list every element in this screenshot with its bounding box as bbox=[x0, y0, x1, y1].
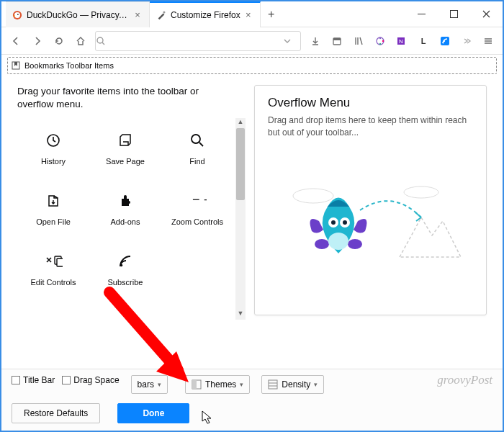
onenote-button[interactable]: N bbox=[392, 31, 412, 51]
library-button[interactable] bbox=[348, 31, 369, 51]
save-icon bbox=[116, 131, 135, 150]
back-button[interactable] bbox=[6, 31, 26, 51]
search-icon bbox=[96, 36, 114, 46]
svg-point-28 bbox=[315, 239, 329, 249]
svg-point-11 bbox=[382, 40, 384, 41]
drag-space-checkbox[interactable]: Drag Space bbox=[62, 375, 119, 385]
downloads-button[interactable] bbox=[305, 31, 325, 51]
chevron-down-icon: ▾ bbox=[240, 381, 243, 388]
palette-label: Zoom Controls bbox=[171, 217, 223, 226]
forward-button[interactable] bbox=[27, 31, 48, 51]
feed-button[interactable] bbox=[435, 31, 455, 51]
overflow-menu-panel[interactable]: Overflow Menu Drag and drop items here t… bbox=[254, 85, 487, 315]
mascot-illustration bbox=[255, 178, 486, 271]
svg-text:+: + bbox=[204, 194, 207, 206]
svg-rect-23 bbox=[57, 258, 63, 266]
customize-palette: History Save Page Find Open File Add-ons… bbox=[17, 124, 247, 305]
density-dropdown[interactable]: Density ▾ bbox=[261, 375, 324, 394]
toolbars-dropdown[interactable]: bars ▾ bbox=[131, 375, 168, 394]
svg-point-16 bbox=[443, 42, 444, 43]
tab-strip: DuckDuckGo — Privacy, sim × Customize Fi… bbox=[1, 1, 405, 27]
svg-text:N: N bbox=[399, 38, 403, 45]
letter-l-button[interactable]: L bbox=[413, 31, 433, 51]
palette-column: Drag your favorite items into the toolba… bbox=[1, 76, 250, 369]
screenshot-button[interactable] bbox=[327, 31, 347, 51]
tab-label: Customize Firefox bbox=[171, 10, 240, 20]
history-icon bbox=[44, 131, 63, 150]
svg-rect-8 bbox=[333, 38, 341, 40]
new-tab-button[interactable]: + bbox=[261, 1, 282, 27]
palette-item-edit-controls[interactable]: Edit Controls bbox=[17, 245, 89, 305]
checkbox-icon bbox=[12, 376, 20, 384]
svg-point-31 bbox=[331, 220, 336, 225]
dropdown-label: bars bbox=[138, 379, 154, 390]
nav-toolbar: N L bbox=[1, 27, 503, 55]
palette-item-subscribe[interactable]: Subscribe bbox=[89, 245, 161, 305]
hamburger-menu-button[interactable] bbox=[478, 31, 498, 51]
close-icon[interactable]: × bbox=[243, 10, 253, 20]
overflow-column: Overflow Menu Drag and drop items here t… bbox=[250, 76, 503, 369]
palette-item-find[interactable]: Find bbox=[161, 124, 233, 184]
customize-main: Drag your favorite items into the toolba… bbox=[1, 76, 503, 369]
svg-point-6 bbox=[97, 37, 103, 43]
duck-icon bbox=[12, 10, 22, 20]
svg-rect-4 bbox=[418, 14, 426, 14]
palette-item-save-page[interactable]: Save Page bbox=[89, 124, 161, 184]
svg-rect-36 bbox=[192, 380, 197, 389]
scroll-up-icon[interactable]: ▲ bbox=[235, 118, 246, 128]
button-label: Done bbox=[143, 408, 164, 418]
title-bar-checkbox[interactable]: Title Bar bbox=[12, 375, 55, 385]
overflow-button[interactable] bbox=[456, 31, 477, 51]
dropdown-label: Density bbox=[282, 379, 310, 390]
scroll-thumb[interactable] bbox=[236, 128, 245, 200]
url-bar[interactable] bbox=[95, 31, 301, 51]
tab-customize-firefox[interactable]: Customize Firefox × bbox=[150, 1, 261, 27]
instruction-text: Drag your favorite items into the toolba… bbox=[17, 85, 247, 111]
checkbox-icon bbox=[62, 376, 71, 384]
scroll-down-icon[interactable]: ▼ bbox=[235, 310, 246, 320]
palette-item-history[interactable]: History bbox=[17, 124, 89, 184]
palette-item-addons[interactable]: Add-ons bbox=[89, 184, 161, 245]
close-icon[interactable]: × bbox=[132, 10, 143, 20]
done-button[interactable]: Done bbox=[117, 403, 189, 423]
chevron-down-icon: ▾ bbox=[314, 381, 318, 388]
window-titlebar: DuckDuckGo — Privacy, sim × Customize Fi… bbox=[1, 1, 503, 27]
svg-point-12 bbox=[379, 42, 381, 44]
edit-controls-icon bbox=[44, 252, 63, 271]
svg-point-27 bbox=[404, 186, 438, 198]
svg-point-1 bbox=[14, 12, 20, 18]
svg-point-26 bbox=[293, 189, 333, 203]
home-button[interactable] bbox=[71, 31, 91, 51]
overflow-description: Drag and drop items here to keep them wi… bbox=[268, 114, 473, 139]
reload-button[interactable] bbox=[49, 31, 69, 51]
svg-point-34 bbox=[328, 233, 348, 250]
palette-label: Edit Controls bbox=[31, 278, 76, 287]
bookmarks-icon bbox=[11, 60, 21, 71]
window-controls bbox=[405, 1, 503, 27]
open-file-icon bbox=[44, 192, 63, 210]
svg-point-19 bbox=[192, 135, 200, 143]
palette-label: Find bbox=[189, 157, 204, 166]
svg-rect-5 bbox=[451, 11, 458, 18]
palette-label: Add-ons bbox=[111, 217, 140, 226]
palette-label: Subscribe bbox=[108, 278, 143, 287]
palette-label: Save Page bbox=[106, 157, 145, 166]
svg-point-29 bbox=[348, 239, 362, 249]
maximize-button[interactable] bbox=[438, 1, 470, 27]
minimize-button[interactable] bbox=[405, 1, 438, 27]
button-label: Restore Defaults bbox=[24, 408, 88, 418]
palette-item-zoom[interactable]: −+ Zoom Controls bbox=[161, 184, 233, 245]
extension-button[interactable] bbox=[370, 31, 390, 51]
themes-dropdown[interactable]: Themes ▾ bbox=[185, 375, 250, 394]
zoom-icon: −+ bbox=[188, 192, 207, 210]
window-close-button[interactable] bbox=[470, 1, 503, 27]
palette-scrollbar[interactable]: ▲ ▼ bbox=[235, 118, 246, 320]
palette-item-open-file[interactable]: Open File bbox=[17, 184, 89, 245]
bookmarks-toolbar-placeholder[interactable]: Bookmarks Toolbar Items bbox=[7, 57, 497, 74]
dropdown-label: Themes bbox=[205, 379, 236, 390]
checkbox-label: Title Bar bbox=[23, 375, 55, 385]
tab-duckduckgo[interactable]: DuckDuckGo — Privacy, sim × bbox=[6, 1, 150, 27]
restore-defaults-button[interactable]: Restore Defaults bbox=[12, 403, 100, 423]
checkbox-label: Drag Space bbox=[73, 375, 119, 385]
chevron-down-icon[interactable] bbox=[283, 37, 300, 45]
